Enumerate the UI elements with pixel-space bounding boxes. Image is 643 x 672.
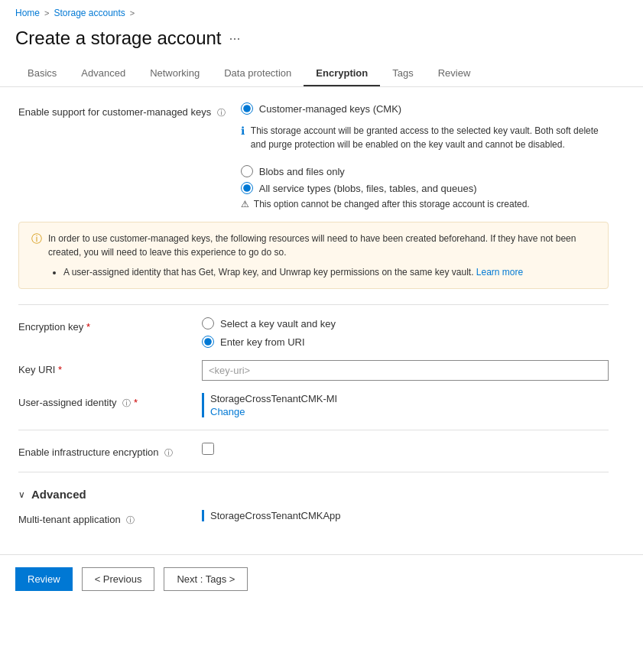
infra-encryption-checkbox[interactable]: [202, 443, 214, 455]
tab-review[interactable]: Review: [426, 61, 483, 86]
breadcrumb-storage[interactable]: Storage accounts: [54, 8, 125, 18]
breadcrumb-home[interactable]: Home: [15, 8, 40, 18]
key-uri-required: *: [58, 364, 62, 375]
encryption-key-label: Encryption key *: [18, 317, 187, 334]
tab-advanced[interactable]: Advanced: [69, 61, 138, 86]
learn-more-link[interactable]: Learn more: [476, 267, 523, 278]
infra-encryption-value: [202, 443, 609, 455]
divider-3: [18, 472, 609, 472]
previous-button[interactable]: < Previous: [82, 567, 155, 591]
tab-basics[interactable]: Basics: [15, 61, 69, 86]
cmk-info-text: This storage account will be granted acc…: [251, 124, 609, 151]
vault-radio-label: Select a key vault and key: [220, 318, 336, 330]
tab-networking[interactable]: Networking: [138, 61, 212, 86]
infra-encryption-info-icon[interactable]: ⓘ: [164, 448, 173, 457]
review-button[interactable]: Review: [15, 567, 73, 591]
multi-tenant-label: Multi-tenant application ⓘ: [18, 510, 187, 527]
tab-encryption[interactable]: Encryption: [304, 61, 380, 86]
key-uri-label: Key URI *: [18, 360, 187, 377]
page-title: Create a storage account: [15, 28, 222, 49]
chevron-down-icon[interactable]: ∨: [18, 489, 25, 500]
cmk-radio-label: Customer-managed keys (CMK): [259, 103, 401, 115]
divider-2: [18, 430, 609, 430]
blobs-radio[interactable]: [241, 165, 253, 177]
alert-text: In order to use customer-managed keys, t…: [48, 232, 596, 259]
cmk-info-box: ℹ This storage account will be granted a…: [241, 118, 609, 157]
user-identity-required: *: [134, 397, 138, 408]
all-radio[interactable]: [241, 182, 253, 194]
encryption-key-row: Encryption key * Select a key vault and …: [18, 317, 609, 348]
warning-icon: ⚠: [241, 199, 249, 209]
alert-icon: ⓘ: [31, 232, 42, 246]
multi-tenant-row: Multi-tenant application ⓘ StorageCrossT…: [18, 510, 609, 527]
multi-tenant-value: StorageCrossTenantCMKApp: [202, 510, 609, 521]
main-content: Enable support for customer-managed keys…: [0, 87, 627, 554]
tab-bar: Basics Advanced Networking Data protecti…: [0, 61, 643, 87]
key-uri-row: Key URI *: [18, 360, 609, 381]
user-identity-info-icon[interactable]: ⓘ: [122, 398, 131, 407]
cmk-radio[interactable]: [241, 102, 253, 115]
key-uri-value: [202, 360, 609, 381]
vault-key-radio[interactable]: [202, 317, 214, 330]
infra-checkbox-row: [202, 443, 609, 455]
infra-encryption-label: Enable infrastructure encryption ⓘ: [18, 443, 187, 459]
breadcrumb-sep2: >: [130, 8, 135, 18]
identity-change-link[interactable]: Change: [210, 406, 609, 417]
alert-bullet: A user-assigned identity that has Get, W…: [63, 265, 596, 279]
all-services-radio-item[interactable]: All service types (blobs, files, tables,…: [241, 182, 609, 194]
cmk-warning: ⚠ This option cannot be changed after th…: [241, 199, 609, 209]
alert-header: ⓘ In order to use customer-managed keys,…: [31, 232, 596, 279]
more-options-icon[interactable]: ···: [229, 31, 241, 47]
divider-1: [18, 304, 609, 305]
cmk-radio-item[interactable]: Customer-managed keys (CMK): [241, 102, 609, 115]
all-radio-label: All service types (blobs, files, tables,…: [259, 183, 477, 194]
advanced-section-title: Advanced: [31, 488, 86, 501]
warning-text: This option cannot be changed after this…: [254, 199, 530, 209]
blobs-radio-label: Blobs and files only: [259, 166, 345, 177]
multi-tenant-app-name: StorageCrossTenantCMKApp: [210, 510, 341, 521]
cmk-field-label: Enable support for customer-managed keys…: [18, 102, 226, 119]
uri-radio-label: Enter key from URI: [220, 336, 305, 348]
vault-radio-item[interactable]: Select a key vault and key: [202, 317, 609, 330]
user-identity-row: User-assigned identity ⓘ * StorageCrossT…: [18, 393, 609, 417]
encryption-key-required: *: [86, 321, 90, 333]
alert-box: ⓘ In order to use customer-managed keys,…: [18, 222, 609, 289]
breadcrumb-sep1: >: [44, 8, 49, 18]
key-uri-input[interactable]: [202, 360, 609, 381]
encryption-key-value: Select a key vault and key Enter key fro…: [202, 317, 609, 348]
multi-tenant-info-icon[interactable]: ⓘ: [126, 515, 135, 524]
blobs-radio-item[interactable]: Blobs and files only: [241, 165, 609, 177]
cmk-info-icon[interactable]: ⓘ: [217, 108, 226, 117]
uri-key-radio[interactable]: [202, 336, 214, 348]
infra-encryption-row: Enable infrastructure encryption ⓘ: [18, 443, 609, 459]
uri-radio-item[interactable]: Enter key from URI: [202, 336, 609, 348]
cmk-radio-row: Enable support for customer-managed keys…: [18, 102, 609, 209]
identity-name: StorageCrossTenantCMK-MI: [210, 393, 337, 404]
cmk-info-icon-blue: ℹ: [241, 125, 245, 151]
breadcrumb: Home > Storage accounts >: [0, 0, 643, 23]
user-identity-label: User-assigned identity ⓘ *: [18, 393, 187, 410]
page-header: Create a storage account ···: [0, 23, 643, 61]
cmk-field-value: Customer-managed keys (CMK) ℹ This stora…: [241, 102, 609, 209]
tab-data-protection[interactable]: Data protection: [212, 61, 304, 86]
tab-tags[interactable]: Tags: [380, 61, 425, 86]
next-button[interactable]: Next : Tags >: [164, 567, 248, 591]
user-identity-value: StorageCrossTenantCMK-MI Change: [202, 393, 609, 417]
footer: Review < Previous Next : Tags >: [0, 554, 643, 603]
advanced-section-header: ∨ Advanced: [18, 488, 609, 501]
